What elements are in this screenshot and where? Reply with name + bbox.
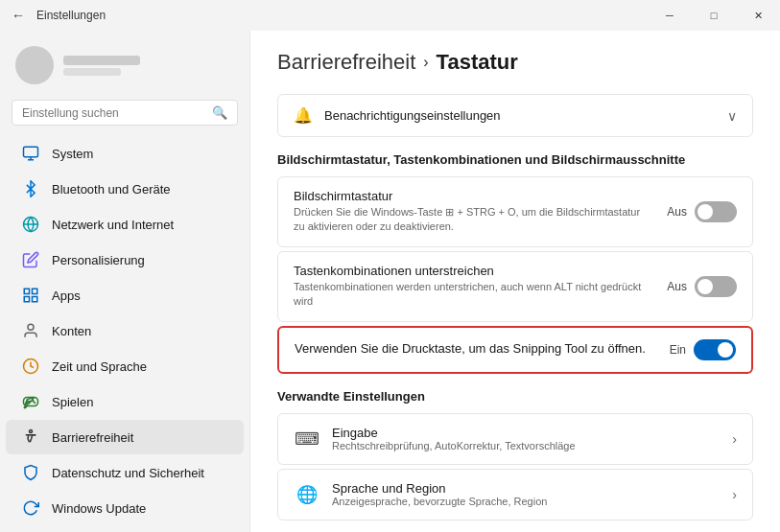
sidebar-item-personalization[interactable]: Personalisierung [6, 243, 244, 277]
search-box[interactable]: 🔍 [12, 100, 238, 126]
toggle-thumb-bildschirmtastatur [697, 204, 713, 220]
related-icon-sprache: 🌐 [294, 481, 320, 508]
svg-rect-5 [24, 289, 29, 293]
related-info-sprache: Sprache und RegionAnzeigesprache, bevorz… [332, 481, 547, 507]
time-icon [21, 357, 40, 376]
related-left-eingabe: ⌨EingabeRechtschreibprüfung, AutoKorrekt… [294, 426, 576, 452]
update-icon [21, 498, 40, 518]
svg-rect-8 [24, 297, 29, 302]
sidebar-item-network[interactable]: Netzwerk und Internet [6, 207, 244, 242]
breadcrumb-parent[interactable]: Barrierefreiheit [277, 50, 415, 75]
bell-icon: 🔔 [294, 106, 313, 125]
accessibility-icon [21, 428, 40, 447]
window-title: Einstellungen [36, 9, 106, 22]
sidebar-item-bluetooth[interactable]: Bluetooth und Geräte [6, 172, 244, 206]
sidebar-item-label-system: System [52, 147, 93, 161]
close-button[interactable]: ✕ [736, 0, 780, 31]
profile-info [63, 56, 140, 76]
system-icon [21, 144, 40, 163]
related-label-eingabe: Eingabe [332, 426, 576, 440]
svg-point-14 [35, 403, 35, 404]
setting-desc-bildschirmtastatur: Drücken Sie die Windows-Taste ⊞ + STRG +… [294, 205, 651, 235]
back-icon[interactable]: ← [12, 8, 25, 23]
sidebar-item-update[interactable]: Windows Update [6, 491, 244, 525]
sidebar-item-label-gaming: Spielen [52, 395, 93, 409]
personalization-icon [21, 250, 40, 269]
toggle-label-snipping: Ein [670, 343, 686, 357]
svg-rect-7 [33, 297, 37, 302]
sidebar-item-privacy[interactable]: Datenschutz und Sicherheit [6, 455, 244, 490]
sidebar-item-label-update: Windows Update [52, 501, 146, 516]
sidebar-item-system[interactable]: System [6, 136, 244, 171]
breadcrumb-current: Tastatur [437, 50, 518, 75]
sidebar-item-label-accounts: Konten [52, 324, 91, 338]
setting-label-tastenkombinationen: Tastenkombinationen unterstreichen [294, 264, 651, 278]
svg-point-16 [30, 430, 33, 433]
title-bar: ← Einstellungen ─ □ ✕ [0, 0, 780, 31]
sidebar-item-accessibility[interactable]: Barrierefreiheit [6, 420, 244, 454]
sidebar: 🔍 SystemBluetooth und GeräteNetzwerk und… [0, 31, 249, 532]
svg-point-9 [28, 324, 34, 330]
notification-label: Benachrichtigungseinstellungen [324, 108, 501, 123]
sidebar-item-label-network: Netzwerk und Internet [52, 218, 174, 232]
apps-icon [21, 286, 40, 305]
avatar [15, 46, 54, 84]
sidebar-item-label-apps: Apps [52, 289, 81, 303]
gaming-icon [21, 392, 40, 411]
related-row-eingabe[interactable]: ⌨EingabeRechtschreibprüfung, AutoKorrekt… [277, 413, 753, 465]
sidebar-item-label-personalization: Personalisierung [52, 253, 145, 267]
toggle-bildschirmtastatur[interactable] [695, 201, 737, 222]
related-icon-eingabe: ⌨ [294, 426, 320, 452]
sidebar-item-accounts[interactable]: Konten [6, 313, 244, 348]
notification-row[interactable]: 🔔 Benachrichtigungseinstellungen ∨ [277, 94, 753, 137]
setting-control-tastenkombinationen: Aus [667, 276, 737, 297]
sidebar-item-label-bluetooth: Bluetooth und Geräte [52, 182, 171, 197]
main-panel: Barrierefreiheit › Tastatur 🔔 Benachrich… [249, 31, 780, 532]
setting-info-snipping: Verwenden Sie die Drucktaste, um das Sni… [295, 341, 670, 358]
setting-control-snipping: Ein [670, 339, 736, 360]
svg-rect-0 [24, 147, 38, 157]
related-left-sprache: 🌐Sprache und RegionAnzeigesprache, bevor… [294, 481, 547, 508]
related-chevron-eingabe: › [732, 431, 737, 447]
privacy-icon [21, 463, 40, 482]
toggle-tastenkombinationen[interactable] [695, 276, 737, 297]
related-row-sprache[interactable]: 🌐Sprache und RegionAnzeigesprache, bevor… [277, 469, 753, 520]
maximize-button[interactable]: □ [692, 0, 736, 31]
setting-row-bildschirmtastatur[interactable]: BildschirmtastaturDrücken Sie die Window… [277, 176, 753, 247]
network-icon [21, 215, 40, 234]
settings-container: BildschirmtastaturDrücken Sie die Window… [277, 176, 753, 374]
sidebar-item-apps[interactable]: Apps [6, 278, 244, 312]
sidebar-profile[interactable] [0, 38, 249, 96]
toggle-label-tastenkombinationen: Aus [667, 280, 687, 293]
setting-desc-tastenkombinationen: Tastenkombinationen werden unterstrichen… [294, 280, 651, 310]
related-info-eingabe: EingabeRechtschreibprüfung, AutoKorrektu… [332, 426, 576, 451]
app-body: 🔍 SystemBluetooth und GeräteNetzwerk und… [0, 31, 780, 532]
sidebar-item-label-time: Zeit und Sprache [52, 359, 147, 374]
chevron-down-icon: ∨ [727, 108, 737, 124]
setting-info-bildschirmtastatur: BildschirmtastaturDrücken Sie die Window… [294, 189, 667, 235]
setting-row-tastenkombinationen[interactable]: Tastenkombinationen unterstreichenTasten… [277, 251, 753, 322]
related-label-sprache: Sprache und Region [332, 481, 547, 496]
related-settings-title: Verwandte Einstellungen [277, 389, 753, 404]
setting-control-bildschirmtastatur: Aus [667, 201, 737, 222]
accounts-icon [21, 321, 40, 340]
setting-label-bildschirmtastatur: Bildschirmtastatur [294, 189, 651, 203]
toggle-label-bildschirmtastatur: Aus [667, 205, 687, 219]
setting-label-snipping: Verwenden Sie die Drucktaste, um das Sni… [295, 341, 654, 356]
related-desc-eingabe: Rechtschreibprüfung, AutoKorrektur, Text… [332, 440, 576, 451]
minimize-button[interactable]: ─ [648, 0, 692, 31]
search-icon: 🔍 [212, 105, 227, 120]
toggle-thumb-tastenkombinationen [697, 279, 713, 294]
sidebar-item-label-privacy: Datenschutz und Sicherheit [52, 466, 204, 480]
related-chevron-sprache: › [732, 487, 737, 502]
section-title: Bildschirmtastatur, Tastenkombinationen … [277, 152, 753, 167]
setting-row-snipping[interactable]: Verwenden Sie die Drucktaste, um das Sni… [277, 326, 753, 374]
search-input[interactable] [22, 106, 206, 120]
sidebar-item-time[interactable]: Zeit und Sprache [6, 349, 244, 383]
profile-subtitle [63, 68, 121, 76]
setting-info-tastenkombinationen: Tastenkombinationen unterstreichenTasten… [294, 264, 667, 310]
bluetooth-icon [21, 179, 40, 198]
sidebar-item-gaming[interactable]: Spielen [6, 384, 244, 419]
toggle-snipping[interactable] [694, 339, 736, 360]
related-container: ⌨EingabeRechtschreibprüfung, AutoKorrekt… [277, 413, 753, 520]
